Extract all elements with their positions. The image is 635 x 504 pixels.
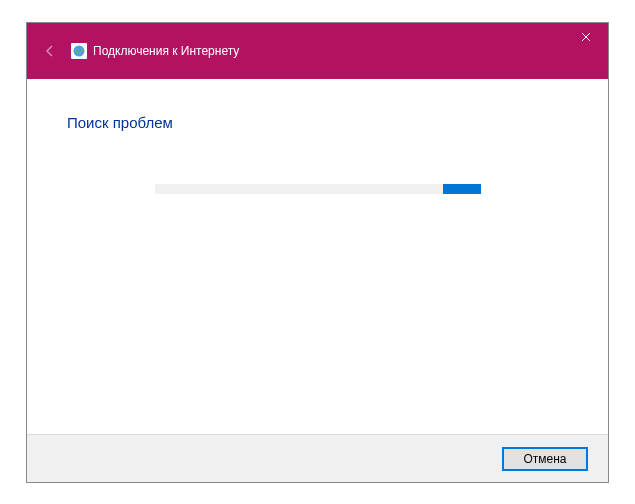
close-icon (581, 32, 591, 42)
progress-bar (155, 184, 481, 194)
close-button[interactable] (563, 23, 608, 51)
svg-point-1 (74, 46, 85, 57)
progress-indicator (443, 184, 481, 194)
titlebar: Подключения к Интернету (27, 23, 608, 79)
content-area: Поиск проблем (27, 79, 608, 434)
cancel-button[interactable]: Отмена (502, 447, 588, 471)
back-button (39, 40, 61, 62)
back-arrow-icon (42, 43, 58, 59)
troubleshooter-window: Подключения к Интернету Поиск проблем От… (26, 22, 609, 483)
network-globe-icon (71, 43, 87, 59)
window-title: Подключения к Интернету (93, 44, 239, 58)
page-heading: Поиск проблем (67, 114, 568, 131)
footer-bar: Отмена (27, 434, 608, 482)
